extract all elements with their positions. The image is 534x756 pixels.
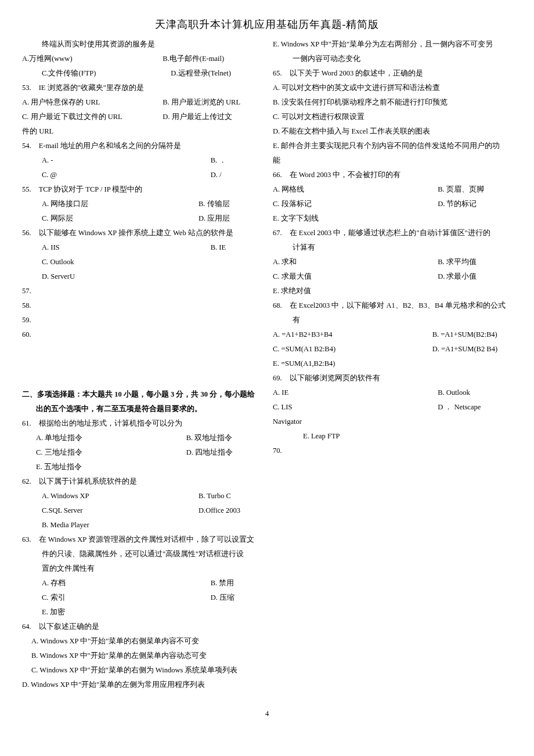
- q63-stem3: 置的文件属性有: [22, 561, 261, 576]
- q61-stem: 61. 根据给出的地址形式，计算机指令可以分为: [22, 416, 261, 431]
- q64-opt-d: D. Windows XP 中"开始"菜单的左侧为常用应用程序列表: [22, 678, 261, 692]
- q66-stem: 66. 在 Word 2003 中，不会被打印的有: [273, 168, 512, 182]
- q61-opt-d: D. 四地址指令: [186, 445, 261, 460]
- q54-stem: 54. E-mail 地址的用户名和域名之间的分隔符是: [22, 139, 261, 153]
- q62-opt-c: C.SQL Server: [22, 503, 199, 518]
- q63-opt-d: D. 压缩: [211, 591, 261, 605]
- q53-row1: A. 用户特意保存的 URL B. 用户最近浏览的 URL: [22, 95, 261, 110]
- q68-row2: C. =SUM(A1 B2:B4) D. =A1+SUM(B2 B4): [273, 342, 512, 357]
- q65-opt-b: B. 没安装任何打印机驱动程序之前不能进行打印预览: [273, 95, 512, 110]
- q65-opt-e-l2: 能: [273, 153, 512, 168]
- q55-opt-c: C. 网际层: [22, 211, 199, 226]
- q69-stem: 69. 以下能够浏览网页的软件有: [273, 371, 512, 386]
- q61-row2: C. 三地址指令 D. 四地址指令: [22, 445, 261, 460]
- q68-opt-a: A. =A1+B2+B3+B4: [273, 327, 432, 342]
- q54-row2: C. @ D. /: [22, 168, 261, 182]
- q63-opt-a: A. 存档: [22, 576, 211, 591]
- q65-stem: 65. 以下关于 Word 2003 的叙述中，正确的是: [273, 66, 512, 81]
- q60: 60.: [22, 327, 261, 342]
- q67-opt-e: E. 求绝对值: [273, 284, 512, 298]
- section2-heading-l2: 出的五个选项中，有二至五项是符合题目要求的。: [22, 402, 261, 416]
- q64-opt-b: B. Windows XP 中"开始"菜单的左侧菜单内容动态可变: [22, 649, 261, 663]
- page: 天津高职升本计算机应用基础历年真题-精简版 终端从而实时使用其资源的服务是 A.…: [0, 0, 534, 730]
- q53-opt-c: C. 用户最近下载过文件的 URL: [22, 110, 163, 124]
- q52-opt-a: A.万维网(www): [22, 52, 163, 66]
- q69-opt-e: E. Leap FTP: [273, 429, 512, 444]
- q66-opt-e: E. 文字下划线: [273, 211, 512, 226]
- q55-stem: 55. TCP 协议对于 TCP / IP 模型中的: [22, 182, 261, 197]
- q68-opt-b: B. =A1+SUM(B2:B4): [432, 327, 512, 342]
- q67-stem2: 计算有: [273, 240, 512, 255]
- q54-row1: A. - B. ．: [22, 153, 261, 168]
- q67-opt-a: A. 求和: [273, 255, 438, 269]
- q56-stem: 56. 以下能够在 Windows XP 操作系统上建立 Web 站点的软件是: [22, 226, 261, 240]
- q65-opt-d: D. 不能在文档中插入与 Excel 工作表关联的图表: [273, 124, 512, 139]
- q55-opt-d: D. 应用层: [199, 211, 261, 226]
- q64-opt-a: A. Windows XP 中"开始"菜单的右侧菜单内容不可变: [22, 634, 261, 649]
- page-number: 4: [22, 710, 512, 718]
- q56-opt-d: D. ServerU: [22, 269, 261, 284]
- q68-opt-d: D. =A1+SUM(B2 B4): [432, 342, 512, 357]
- q52-opt-c: C.文件传输(FTP): [22, 66, 171, 81]
- q52-row2: C.文件传输(FTP) D.远程登录(Telnet): [22, 66, 261, 81]
- q58: 58.: [22, 298, 261, 313]
- q55-row1: A. 网络接口层 B. 传输层: [22, 197, 261, 211]
- q54-opt-d: D. /: [211, 168, 261, 182]
- q62-row1: A. Windows XP B. Turbo C: [22, 489, 261, 503]
- q66-row2: C. 段落标记 D. 节的标记: [273, 197, 512, 211]
- spacer: [22, 342, 261, 377]
- q64-opt-e-l2: 一侧内容可动态变化: [273, 52, 512, 66]
- q54-opt-b: B. ．: [211, 153, 261, 168]
- q52-stem-cont: 终端从而实时使用其资源的服务是: [22, 37, 261, 52]
- q67-opt-d: D. 求最小值: [438, 269, 512, 284]
- q54-opt-c: C. @: [22, 168, 211, 182]
- q59: 59.: [22, 313, 261, 327]
- q53-opt-a: A. 用户特意保存的 URL: [22, 95, 163, 110]
- q69-opt-b: B. Outlook: [438, 386, 512, 400]
- q57: 57.: [22, 284, 261, 298]
- q56-opt-b: B. IE: [211, 240, 261, 255]
- q63-opt-c: C. 索引: [22, 591, 211, 605]
- q65-opt-e-l1: E. 邮件合并主要实现把只有个别内容不同的信件发送给不同用户的功: [273, 139, 512, 153]
- q69-row1: A. IE B. Outlook: [273, 386, 512, 400]
- q68-opt-c: C. =SUM(A1 B2:B4): [273, 342, 432, 357]
- q55-row2: C. 网际层 D. 应用层: [22, 211, 261, 226]
- q61-opt-a: A. 单地址指令: [22, 431, 186, 445]
- q66-opt-a: A. 网格线: [273, 182, 438, 197]
- q70: 70.: [273, 444, 512, 458]
- content-columns: 终端从而实时使用其资源的服务是 A.万维网(www) B.电子邮件(E-mail…: [22, 37, 512, 705]
- q53-stem: 53. IE 浏览器的"收藏夹"里存放的是: [22, 81, 261, 95]
- q54-opt-a: A. -: [22, 153, 211, 168]
- q64-stem: 64. 以下叙述正确的是: [22, 620, 261, 634]
- q63-row2: C. 索引 D. 压缩: [22, 591, 261, 605]
- q52-opt-b: B.电子邮件(E-mail): [163, 52, 261, 66]
- q52-row1: A.万维网(www) B.电子邮件(E-mail): [22, 52, 261, 66]
- q55-opt-b: B. 传输层: [199, 197, 261, 211]
- q66-opt-c: C. 段落标记: [273, 197, 438, 211]
- q56-opt-c: C. Outlook: [22, 255, 261, 269]
- q53-row2: C. 用户最近下载过文件的 URL D. 用户最近上传过文: [22, 110, 261, 124]
- q61-row1: A. 单地址指令 B. 双地址指令: [22, 431, 261, 445]
- q67-stem1: 67. 在 Excel 2003 中，能够通过状态栏上的"自动计算值区"进行的: [273, 226, 512, 240]
- q53-tail: 件的 URL: [22, 124, 261, 139]
- section2-heading-l1: 二、多项选择题：本大题共 10 小题，每小题 3 分，共 30 分，每小题给: [22, 387, 261, 402]
- q67-opt-c: C. 求最大值: [273, 269, 438, 284]
- q52-opt-d: D.远程登录(Telnet): [171, 66, 261, 81]
- q53-opt-d: D. 用户最近上传过文: [163, 110, 261, 124]
- q68-stem2: 有: [273, 313, 512, 327]
- q67-row2: C. 求最大值 D. 求最小值: [273, 269, 512, 284]
- q63-stem2: 件的只读、隐藏属性外，还可以通过"高级属性"对话框进行设: [22, 547, 261, 561]
- q62-opt-a: A. Windows XP: [22, 489, 199, 503]
- q61-opt-c: C. 三地址指令: [22, 445, 186, 460]
- q53-opt-b: B. 用户最近浏览的 URL: [163, 95, 261, 110]
- q62-row2: C.SQL Server D.Office 2003: [22, 503, 261, 518]
- q63-stem1: 63. 在 Windows XP 资源管理器的文件属性对话框中，除了可以设置文: [22, 532, 261, 547]
- q64-opt-c: C. Windows XP 中"开始"菜单的右侧为 Windows 系统菜单项列…: [22, 663, 261, 678]
- q69-opt-d: D ． Netscape: [438, 400, 512, 415]
- q69-row2: C. LIS D ． Netscape: [273, 400, 512, 415]
- q69-opt-c: C. LIS: [273, 400, 438, 415]
- q68-stem1: 68. 在 Excel2003 中，以下能够对 A1、B2、B3、B4 单元格求…: [273, 298, 512, 313]
- q67-row1: A. 求和 B. 求平均值: [273, 255, 512, 269]
- q68-row1: A. =A1+B2+B3+B4 B. =A1+SUM(B2:B4): [273, 327, 512, 342]
- q69-nav: Navigator: [273, 415, 512, 429]
